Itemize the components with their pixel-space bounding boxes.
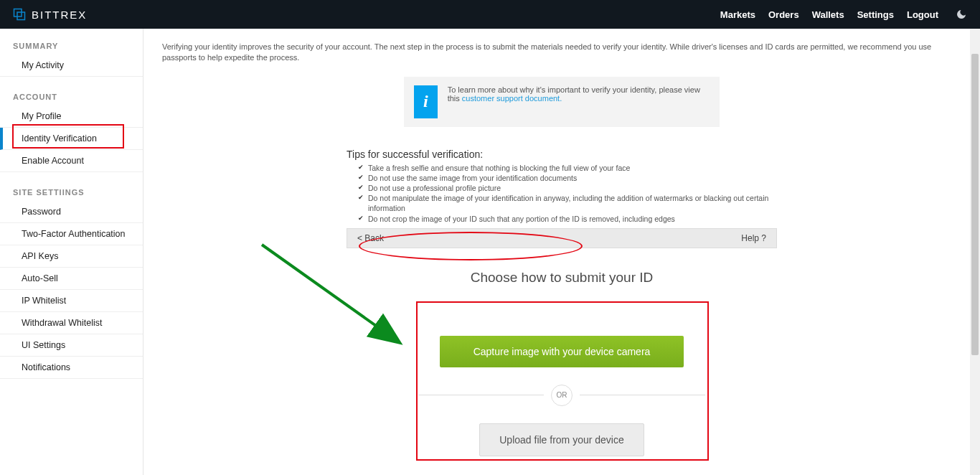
scrollbar[interactable] [970, 29, 980, 475]
sidebar-item-two-factor[interactable]: Two-Factor Authentication [0, 223, 143, 245]
back-button[interactable]: < Back [357, 233, 384, 243]
nav-orders[interactable]: Orders [768, 9, 799, 20]
sidebar-item-ui-settings[interactable]: UI Settings [0, 334, 143, 357]
divider-line [418, 395, 544, 395]
top-nav: Markets Orders Wallets Settings Logout [720, 9, 967, 20]
choose-title: Choose how to submit your ID [162, 270, 961, 286]
sidebar-menu-site-settings: Password Two-Factor Authentication API K… [0, 201, 143, 379]
brand-logo-icon [13, 8, 26, 21]
content-area: Verifying your identity improves the sec… [143, 29, 980, 475]
sidebar-item-api-keys[interactable]: API Keys [0, 245, 143, 268]
top-bar: BITTREX Markets Orders Wallets Settings … [0, 0, 980, 29]
sidebar-item-ip-whitelist[interactable]: IP Whitelist [0, 290, 143, 312]
help-button[interactable]: Help ? [741, 233, 766, 243]
sidebar-menu-account: My Profile Identity Verification Enable … [0, 105, 143, 172]
page-shell: SUMMARY My Activity ACCOUNT My Profile I… [0, 29, 980, 475]
sidebar-item-my-profile[interactable]: My Profile [0, 105, 143, 128]
divider-line [580, 395, 705, 395]
tip-item: Do not crop the image of your ID such th… [347, 214, 777, 224]
sidebar-group-summary: SUMMARY [0, 42, 143, 55]
sidebar-item-my-activity[interactable]: My Activity [0, 55, 143, 77]
annotation-arrow-icon [258, 241, 409, 349]
or-label: OR [551, 385, 573, 406]
sidebar: SUMMARY My Activity ACCOUNT My Profile I… [0, 29, 143, 475]
nav-markets[interactable]: Markets [720, 9, 755, 20]
info-link[interactable]: customer support document. [462, 94, 562, 103]
sidebar-item-withdrawal-whitelist[interactable]: Withdrawal Whitelist [0, 312, 143, 334]
sidebar-group-site-settings: SITE SETTIINGS [0, 188, 143, 201]
info-text: To learn more about why it's important t… [448, 85, 710, 103]
nav-logout[interactable]: Logout [907, 9, 938, 20]
submit-panel: Capture image with your device camera OR… [418, 336, 705, 456]
sidebar-item-password[interactable]: Password [0, 201, 143, 223]
info-box: i To learn more about why it's important… [404, 77, 720, 127]
dark-mode-icon[interactable] [956, 9, 967, 20]
capture-camera-button[interactable]: Capture image with your device camera [440, 336, 684, 367]
tip-item: Do not manipulate the image of your iden… [347, 193, 777, 213]
tips-list: Take a fresh selfie and ensure that noth… [347, 163, 777, 224]
tip-item: Take a fresh selfie and ensure that noth… [347, 163, 777, 173]
sidebar-group-account: ACCOUNT [0, 93, 143, 105]
svg-line-3 [262, 245, 398, 342]
info-icon: i [414, 85, 438, 118]
tip-item: Do not use the same image from your iden… [347, 173, 777, 183]
brand: BITTREX [13, 8, 87, 21]
tip-item: Do not use a professional profile pictur… [347, 183, 777, 193]
or-divider: OR [418, 385, 705, 406]
sidebar-item-identity-verification[interactable]: Identity Verification [0, 128, 143, 150]
tips-section: Tips for successful verification: Take a… [347, 149, 777, 224]
upload-file-button[interactable]: Upload file from your device [479, 423, 644, 456]
tips-title: Tips for successful verification: [347, 149, 777, 160]
intro-text: Verifying your identity improves the sec… [162, 42, 961, 64]
sidebar-item-auto-sell[interactable]: Auto-Sell [0, 268, 143, 290]
sidebar-item-notifications[interactable]: Notifications [0, 357, 143, 379]
brand-text: BITTREX [32, 9, 87, 21]
sidebar-item-enable-account[interactable]: Enable Account [0, 150, 143, 172]
sidebar-menu-summary: My Activity [0, 55, 143, 77]
nav-settings[interactable]: Settings [857, 9, 894, 20]
nav-wallets[interactable]: Wallets [812, 9, 844, 20]
scrollbar-thumb[interactable] [971, 54, 979, 355]
nav-bar: < Back Help ? [347, 228, 777, 248]
